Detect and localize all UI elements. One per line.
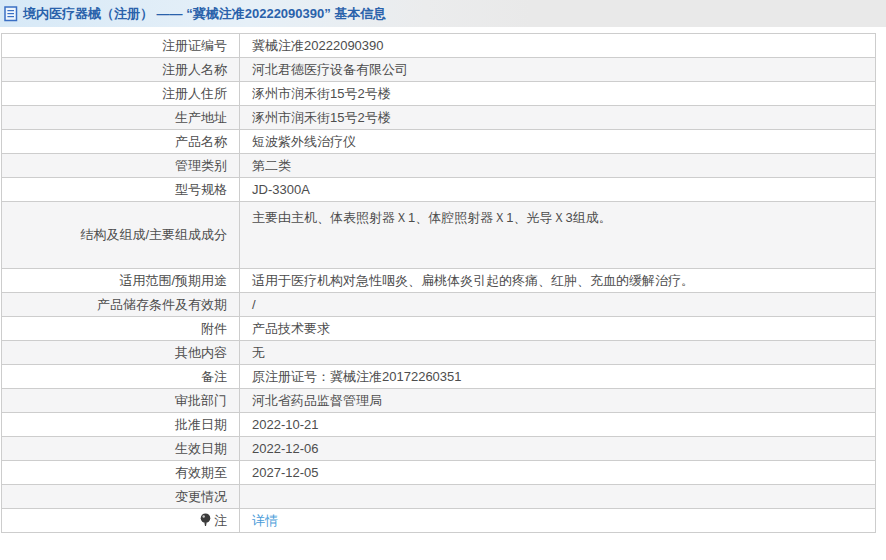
document-icon <box>4 6 18 22</box>
row-value: 涿州市润禾街15号2号楼 <box>240 106 876 130</box>
row-label: 注 <box>2 509 240 533</box>
row-value: 河北君德医疗设备有限公司 <box>240 58 876 82</box>
row-value: 无 <box>240 341 876 365</box>
row-label: 产品名称 <box>2 130 240 154</box>
row-label: 注册证编号 <box>2 34 240 58</box>
table-row-other-content: 其他内容 无 <box>2 341 876 365</box>
table-row-approval-date: 批准日期 2022-10-21 <box>2 413 876 437</box>
row-value: / <box>240 293 876 317</box>
row-label: 其他内容 <box>2 341 240 365</box>
row-value: 第二类 <box>240 154 876 178</box>
row-label: 生产地址 <box>2 106 240 130</box>
row-label: 备注 <box>2 365 240 389</box>
table-row-storage-conditions: 产品储存条件及有效期 / <box>2 293 876 317</box>
table-row-attachment: 附件 产品技术要求 <box>2 317 876 341</box>
registration-info-table: 注册证编号 冀械注准20222090390 注册人名称 河北君德医疗设备有限公司… <box>1 33 876 533</box>
row-value: JD-3300A <box>240 178 876 202</box>
row-value: 详情 <box>240 509 876 533</box>
table-row-effective-date: 生效日期 2022-12-06 <box>2 437 876 461</box>
table-row-reg-cert-no: 注册证编号 冀械注准20222090390 <box>2 34 876 58</box>
row-label: 管理类别 <box>2 154 240 178</box>
row-label: 附件 <box>2 317 240 341</box>
row-label: 审批部门 <box>2 389 240 413</box>
page-title: 境内医疗器械（注册） —— “冀械注准20222090390” 基本信息 <box>23 5 386 23</box>
table-row-management-class: 管理类别 第二类 <box>2 154 876 178</box>
table-row-intended-use: 适用范围/预期用途 适用于医疗机构对急性咽炎、扁桃体炎引起的疼痛、红肿、充血的缓… <box>2 269 876 293</box>
page: 境内医疗器械（注册） —— “冀械注准20222090390” 基本信息 注册证… <box>0 0 886 560</box>
details-link[interactable]: 详情 <box>252 513 278 528</box>
table-row-note: 注 详情 <box>2 509 876 533</box>
row-value: 产品技术要求 <box>240 317 876 341</box>
row-value: 河北省药品监督管理局 <box>240 389 876 413</box>
table-row-change-status: 变更情况 <box>2 485 876 509</box>
note-bulb-icon <box>200 513 211 530</box>
row-label: 批准日期 <box>2 413 240 437</box>
row-label: 型号规格 <box>2 178 240 202</box>
row-label: 注册人住所 <box>2 82 240 106</box>
table-row-structure-composition: 结构及组成/主要组成成分 主要由主机、体表照射器Ｘ1、体腔照射器Ｘ1、光导Ｘ3组… <box>2 202 876 269</box>
row-value: 涿州市润禾街15号2号楼 <box>240 82 876 106</box>
row-value: 2022-10-21 <box>240 413 876 437</box>
note-label: 注 <box>214 513 227 528</box>
table-row-remarks: 备注 原注册证号：冀械注准20172260351 <box>2 365 876 389</box>
row-label: 适用范围/预期用途 <box>2 269 240 293</box>
row-label: 有效期至 <box>2 461 240 485</box>
row-value: 主要由主机、体表照射器Ｘ1、体腔照射器Ｘ1、光导Ｘ3组成。 <box>240 202 876 269</box>
table-row-product-name: 产品名称 短波紫外线治疗仪 <box>2 130 876 154</box>
row-value <box>240 485 876 509</box>
table-row-production-address: 生产地址 涿州市润禾街15号2号楼 <box>2 106 876 130</box>
row-value: 短波紫外线治疗仪 <box>240 130 876 154</box>
row-label: 变更情况 <box>2 485 240 509</box>
table-row-approval-department: 审批部门 河北省药品监督管理局 <box>2 389 876 413</box>
row-label: 产品储存条件及有效期 <box>2 293 240 317</box>
row-value: 冀械注准20222090390 <box>240 34 876 58</box>
row-value: 适用于医疗机构对急性咽炎、扁桃体炎引起的疼痛、红肿、充血的缓解治疗。 <box>240 269 876 293</box>
row-label: 生效日期 <box>2 437 240 461</box>
table-row-valid-until: 有效期至 2027-12-05 <box>2 461 876 485</box>
row-value: 2022-12-06 <box>240 437 876 461</box>
row-label: 注册人名称 <box>2 58 240 82</box>
row-value: 2027-12-05 <box>240 461 876 485</box>
table-row-model-spec: 型号规格 JD-3300A <box>2 178 876 202</box>
row-label: 结构及组成/主要组成成分 <box>2 202 240 269</box>
title-bar: 境内医疗器械（注册） —— “冀械注准20222090390” 基本信息 <box>0 0 886 27</box>
row-value: 原注册证号：冀械注准20172260351 <box>240 365 876 389</box>
table-row-registrant-address: 注册人住所 涿州市润禾街15号2号楼 <box>2 82 876 106</box>
table-row-registrant-name: 注册人名称 河北君德医疗设备有限公司 <box>2 58 876 82</box>
